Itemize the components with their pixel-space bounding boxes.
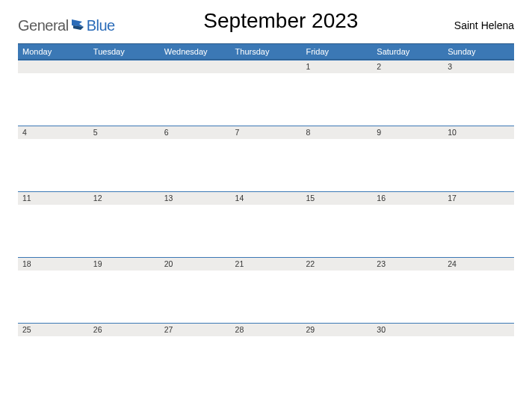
day-body [231, 73, 302, 126]
day-number: 9 [372, 126, 443, 139]
day-number: 2 [372, 60, 443, 73]
day-cell: 4 [18, 126, 89, 191]
day-body [89, 271, 160, 323]
day-cell: 11 [18, 191, 89, 257]
day-number: 8 [301, 126, 372, 139]
day-body [231, 271, 302, 323]
day-cell [231, 60, 302, 126]
day-number: 17 [443, 191, 514, 205]
page-title: September 2023 [115, 9, 447, 34]
day-body [372, 271, 443, 323]
day-body [18, 336, 89, 389]
day-body [18, 73, 89, 126]
day-number: 1 [301, 60, 372, 73]
day-number: 24 [443, 257, 514, 271]
day-cell: 29 [301, 323, 372, 389]
day-body [301, 271, 372, 323]
day-number: 16 [372, 191, 443, 205]
day-cell: 3 [443, 60, 514, 126]
day-body [372, 205, 443, 257]
day-number: 13 [160, 191, 231, 205]
day-number: 25 [18, 323, 89, 336]
logo-text-blue: Blue [87, 17, 115, 34]
day-cell: 14 [231, 191, 302, 257]
day-cell: 8 [301, 126, 372, 191]
day-body [443, 139, 514, 191]
day-body [160, 336, 231, 389]
day-number: 4 [18, 126, 89, 139]
day-cell: 17 [443, 191, 514, 257]
day-body [443, 336, 514, 389]
weekday-header: Saturday [372, 44, 443, 59]
day-body [89, 205, 160, 257]
day-number: 20 [160, 257, 231, 271]
brand-logo: General Blue [18, 17, 115, 34]
day-body [89, 73, 160, 126]
day-number: 7 [231, 126, 302, 139]
day-body [301, 336, 372, 389]
day-cell: 2 [372, 60, 443, 126]
day-body [372, 336, 443, 389]
day-body [89, 139, 160, 191]
week-row: 11 12 13 14 15 16 17 [18, 191, 514, 257]
region-label: Saint Helena [447, 19, 514, 34]
day-body [443, 271, 514, 323]
day-number: 12 [89, 191, 160, 205]
day-cell: 22 [301, 257, 372, 323]
day-body [160, 139, 231, 191]
day-number: 27 [160, 323, 231, 336]
day-cell: 7 [231, 126, 302, 191]
day-number: 10 [443, 126, 514, 139]
logo-text-general: General [18, 17, 69, 34]
day-number: 18 [18, 257, 89, 271]
day-cell [443, 323, 514, 389]
day-cell: 12 [89, 191, 160, 257]
day-cell: 5 [89, 126, 160, 191]
week-row: 25 26 27 28 29 30 [18, 323, 514, 389]
day-number: 28 [231, 323, 302, 336]
day-body [231, 205, 302, 257]
day-cell: 27 [160, 323, 231, 389]
day-number [160, 60, 231, 73]
weekday-header: Tuesday [89, 44, 160, 59]
day-cell [89, 60, 160, 126]
day-cell: 10 [443, 126, 514, 191]
week-row: 1 2 3 [18, 60, 514, 126]
day-body [18, 139, 89, 191]
day-number: 3 [443, 60, 514, 73]
day-number [18, 60, 89, 73]
weekday-header: Monday [18, 44, 89, 59]
day-body [301, 139, 372, 191]
week-row: 18 19 20 21 22 23 24 [18, 257, 514, 323]
flag-icon [72, 19, 85, 33]
day-body [231, 336, 302, 389]
weekday-header: Sunday [443, 44, 514, 59]
day-cell: 9 [372, 126, 443, 191]
calendar-grid: Monday Tuesday Wednesday Thursday Friday… [18, 43, 514, 389]
day-cell: 21 [231, 257, 302, 323]
day-body [372, 73, 443, 126]
day-cell: 28 [231, 323, 302, 389]
day-cell: 23 [372, 257, 443, 323]
day-number: 21 [231, 257, 302, 271]
day-cell: 16 [372, 191, 443, 257]
day-cell: 25 [18, 323, 89, 389]
day-cell: 15 [301, 191, 372, 257]
weekday-header-row: Monday Tuesday Wednesday Thursday Friday… [18, 43, 514, 60]
day-body [160, 271, 231, 323]
day-cell: 6 [160, 126, 231, 191]
day-cell: 18 [18, 257, 89, 323]
day-body [443, 73, 514, 126]
day-cell: 1 [301, 60, 372, 126]
weekday-header: Thursday [231, 44, 302, 59]
day-number: 15 [301, 191, 372, 205]
day-number: 19 [89, 257, 160, 271]
day-number: 23 [372, 257, 443, 271]
day-number: 29 [301, 323, 372, 336]
day-body [18, 205, 89, 257]
day-number: 30 [372, 323, 443, 336]
day-cell [160, 60, 231, 126]
weekday-header: Wednesday [160, 44, 231, 59]
header: General Blue September 2023 Saint Helena [18, 9, 514, 34]
day-number [443, 323, 514, 336]
